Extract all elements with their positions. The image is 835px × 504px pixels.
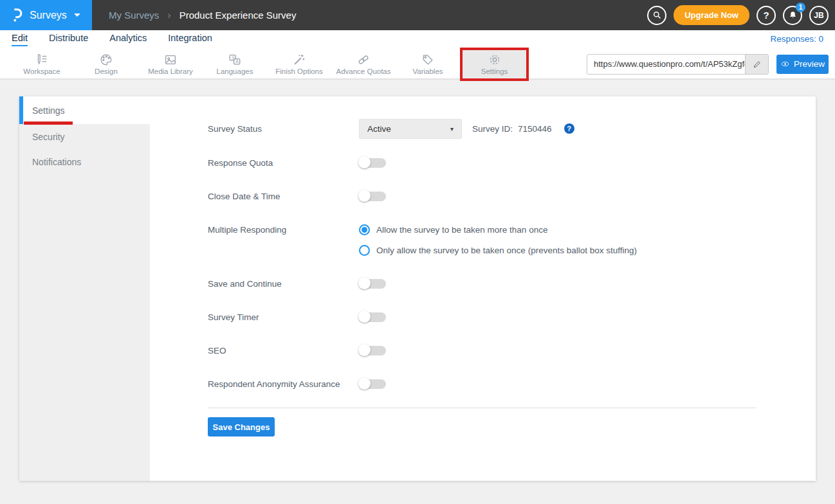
toolbar-item-label: Settings <box>481 68 508 75</box>
save-continue-label: Save and Continue <box>208 279 359 289</box>
survey-status-select[interactable]: Active ▾ <box>359 119 462 139</box>
languages-translate-icon: 文 A <box>228 53 242 67</box>
search-icon <box>652 10 662 20</box>
help-button[interactable]: ? <box>757 6 776 25</box>
preview-button[interactable]: Preview <box>776 55 829 74</box>
content-divider <box>208 408 756 408</box>
breadcrumb-my-surveys[interactable]: My Surveys <box>109 10 159 21</box>
seo-toggle[interactable] <box>359 346 386 356</box>
sidebar-item-label: Notifications <box>32 157 81 167</box>
close-date-label: Close Date & Time <box>208 192 359 201</box>
design-palette-icon <box>99 53 113 67</box>
tab-analytics[interactable]: Analytics <box>109 33 147 45</box>
sidebar-item-settings[interactable]: Settings <box>19 96 150 124</box>
response-quota-row: Response Quota <box>208 152 386 173</box>
anonymity-toggle[interactable] <box>359 379 386 389</box>
toolbar-item-label: Design <box>95 68 118 75</box>
toolbar-item-label: Finish Options <box>275 68 323 75</box>
response-quota-label: Response Quota <box>208 158 359 168</box>
toolbar-item-settings[interactable]: Settings <box>460 48 529 81</box>
only-once-label: Only allow the survey to be taken once (… <box>376 246 637 255</box>
toolbar-item-label: Advance Quotas <box>336 68 390 75</box>
topbar-actions: Upgrade Now ? 1 JB <box>647 0 835 30</box>
seo-label: SEO <box>208 346 359 356</box>
questionpro-logo-icon <box>10 7 24 24</box>
toolbar-item-design[interactable]: Design <box>74 49 138 79</box>
survey-id-label: Survey ID: <box>472 124 513 134</box>
quotas-chain-link-icon <box>356 53 371 67</box>
survey-status-value: Active <box>367 124 391 134</box>
tab-integration[interactable]: Integration <box>168 33 212 45</box>
survey-timer-label: Survey Timer <box>208 312 359 322</box>
save-continue-toggle[interactable] <box>359 279 386 289</box>
settings-sidebar: Settings Security Notifications <box>19 96 150 481</box>
responses-count: Responses: 0 <box>770 33 823 44</box>
breadcrumb: My Surveys › Product Experience Survey <box>109 0 296 30</box>
avatar[interactable]: JB <box>809 6 829 25</box>
toolbar-item-label: Media Library <box>148 68 193 75</box>
notifications-button[interactable]: 1 <box>783 6 802 25</box>
single-responding-row: Only allow the survey to be taken once (… <box>208 240 637 260</box>
settings-content: Survey Status Active ▾ Survey ID: 715044… <box>150 96 816 481</box>
save-changes-button[interactable]: Save Changes <box>208 417 275 437</box>
tab-distribute[interactable]: Distribute <box>49 33 88 45</box>
tab-edit[interactable]: Edit <box>12 33 28 46</box>
app-logo-menu[interactable]: Surveys <box>0 0 92 30</box>
finish-wand-icon <box>292 53 306 67</box>
seo-row: SEO <box>208 340 386 361</box>
toolbar-item-label: Languages <box>217 68 253 75</box>
toolbar-item-label: Variables <box>412 68 443 75</box>
toolbar-item-media-library[interactable]: Media Library <box>138 49 203 79</box>
toolbar-item-variables[interactable]: Variables <box>396 49 460 79</box>
search-button[interactable] <box>647 6 666 25</box>
toolbar-item-workspace[interactable]: Workspace <box>10 49 74 79</box>
response-quota-toggle[interactable] <box>359 158 386 168</box>
multiple-responding-row: Multiple Responding Allow the survey to … <box>208 219 547 240</box>
survey-status-row: Survey Status Active ▾ Survey ID: 715044… <box>208 118 574 139</box>
toolbar-item-finish-options[interactable]: Finish Options <box>267 49 331 79</box>
multiple-responding-label: Multiple Responding <box>208 225 359 235</box>
svg-text:文: 文 <box>232 55 235 60</box>
survey-id-value: 7150446 <box>518 124 552 134</box>
workspace-pencil-icon <box>35 53 49 67</box>
survey-timer-row: Survey Timer <box>208 307 386 327</box>
bell-icon <box>788 10 798 20</box>
close-date-row: Close Date & Time <box>208 186 386 206</box>
pencil-icon <box>753 60 762 69</box>
upgrade-now-button[interactable]: Upgrade Now <box>674 5 749 25</box>
breadcrumb-separator-icon: › <box>167 10 170 21</box>
only-once-radio[interactable] <box>359 245 370 256</box>
sidebar-item-label: Settings <box>32 105 65 116</box>
media-image-icon <box>163 53 178 67</box>
notification-count-badge: 1 <box>796 3 805 12</box>
anonymity-label: Respondent Anonymity Assurance <box>208 379 359 389</box>
sidebar-item-notifications[interactable]: Notifications <box>19 149 150 174</box>
edit-toolbar: Workspace Design Media Library 文 A Langu… <box>0 50 835 80</box>
close-date-toggle[interactable] <box>359 192 386 201</box>
survey-id-help-icon[interactable]: ? <box>564 123 574 134</box>
survey-url-field: https://www.questionpro.com/t/AP53kZgfo <box>587 54 769 75</box>
survey-timer-toggle[interactable] <box>359 312 386 322</box>
sidebar-item-label: Security <box>32 132 65 142</box>
sidebar-item-security[interactable]: Security <box>19 124 150 149</box>
preview-label: Preview <box>794 59 825 69</box>
multiple-allow-label: Allow the survey to be taken more than o… <box>376 225 547 235</box>
product-label: Surveys <box>30 10 67 21</box>
chevron-down-icon: ▾ <box>450 125 454 132</box>
edit-url-button[interactable] <box>745 55 768 74</box>
save-continue-row: Save and Continue <box>208 273 386 294</box>
toolbar-item-label: Workspace <box>23 68 60 75</box>
anonymity-row: Respondent Anonymity Assurance <box>208 374 386 394</box>
page-title: Product Experience Survey <box>179 10 297 21</box>
top-bar: Surveys My Surveys › Product Experience … <box>0 0 835 30</box>
eye-icon <box>780 59 790 69</box>
settings-panel: Settings Security Notifications Survey S… <box>19 96 816 481</box>
toolbar-item-languages[interactable]: 文 A Languages <box>203 49 267 79</box>
chevron-down-icon <box>74 14 80 17</box>
settings-gear-icon <box>488 53 502 67</box>
multiple-allow-radio[interactable] <box>359 224 370 235</box>
survey-url-input[interactable]: https://www.questionpro.com/t/AP53kZgfo <box>587 59 745 69</box>
svg-text:A: A <box>235 59 239 64</box>
toolbar-item-advance-quotas[interactable]: Advance Quotas <box>331 49 396 79</box>
variables-tag-icon <box>421 53 435 67</box>
